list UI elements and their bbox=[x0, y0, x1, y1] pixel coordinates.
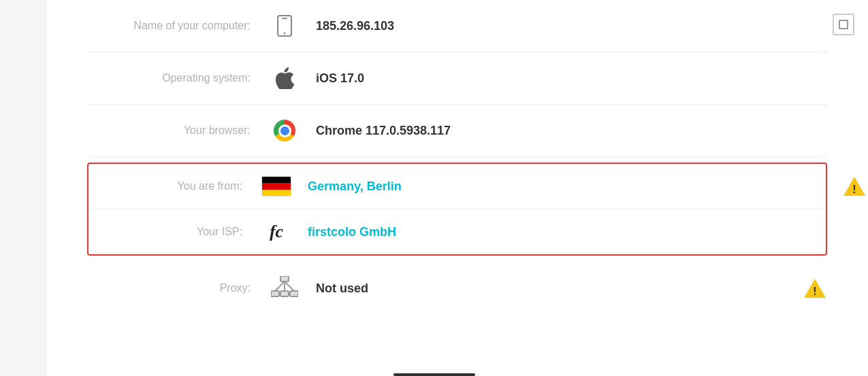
main-content: Name of your computer: 185.26.96.103 Ope… bbox=[46, 0, 868, 376]
flag-de-icon bbox=[256, 176, 297, 196]
os-value: iOS 17.0 bbox=[305, 71, 827, 86]
svg-text:!: ! bbox=[813, 286, 816, 297]
svg-line-9 bbox=[275, 281, 285, 291]
os-label: Operating system: bbox=[87, 72, 264, 84]
svg-rect-8 bbox=[290, 291, 298, 296]
computer-label: Name of your computer: bbox=[87, 20, 264, 32]
svg-rect-5 bbox=[280, 276, 289, 281]
fc-icon: fc bbox=[256, 222, 297, 242]
location-label: You are from: bbox=[99, 180, 256, 192]
computer-value: 185.26.96.103 bbox=[305, 19, 827, 33]
phone-icon bbox=[264, 15, 305, 37]
isp-value: firstcolo GmbH bbox=[297, 225, 815, 239]
scroll-bar bbox=[393, 373, 475, 376]
apple-icon bbox=[264, 67, 305, 89]
isp-label: Your ISP: bbox=[99, 226, 256, 238]
proxy-warning-icon: ! bbox=[803, 276, 827, 301]
browser-row: Your browser: Chrome 117.0.5938.117 bbox=[87, 105, 827, 156]
germany-flag bbox=[261, 176, 291, 196]
page-container: Name of your computer: 185.26.96.103 Ope… bbox=[0, 0, 868, 376]
isp-row: Your ISP: fc firstcolo GmbH bbox=[89, 209, 826, 254]
location-value: Germany, Berlin bbox=[297, 180, 815, 194]
computer-name-row: Name of your computer: 185.26.96.103 bbox=[87, 0, 827, 52]
chrome-icon bbox=[264, 120, 305, 141]
highlighted-box: You are from: Germany, Berlin ! bbox=[87, 163, 827, 256]
location-warning-icon: ! bbox=[842, 174, 867, 199]
os-row: Operating system: iOS 17.0 bbox=[87, 52, 827, 104]
svg-rect-6 bbox=[271, 291, 279, 296]
location-row: You are from: Germany, Berlin ! bbox=[89, 164, 826, 209]
proxy-icon bbox=[264, 276, 305, 301]
proxy-label: Proxy: bbox=[87, 282, 264, 294]
proxy-value: Not used bbox=[305, 281, 794, 296]
svg-rect-7 bbox=[280, 291, 289, 296]
sidebar-strip bbox=[0, 0, 46, 376]
svg-line-11 bbox=[285, 281, 294, 291]
svg-text:!: ! bbox=[852, 184, 856, 195]
browser-label: Your browser: bbox=[87, 124, 264, 137]
separator-3 bbox=[87, 156, 827, 157]
proxy-row: Proxy: Not used bbox=[87, 261, 827, 315]
svg-point-2 bbox=[284, 33, 286, 35]
browser-value: Chrome 117.0.5938.117 bbox=[305, 124, 827, 138]
